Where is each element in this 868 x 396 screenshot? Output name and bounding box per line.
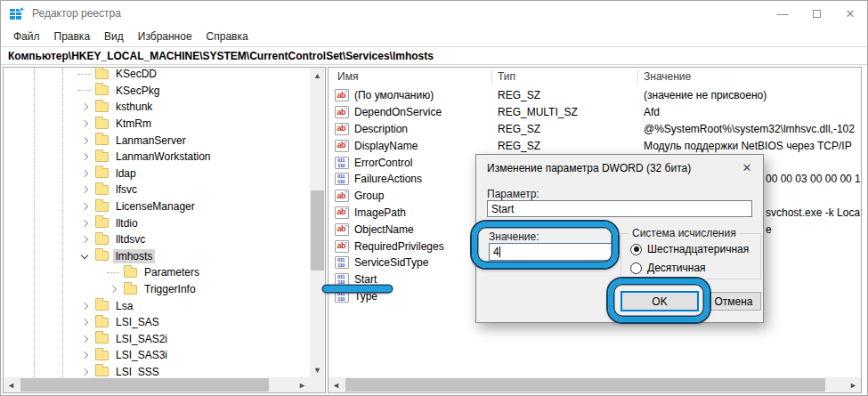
scroll-up-icon[interactable]: ▲ [310,68,325,83]
ok-button[interactable]: OK [621,291,699,311]
tree-item-lfsvc[interactable]: lfsvc [4,182,310,198]
tree-item-label: LSI_SAS [113,315,162,329]
tree-item-lsa[interactable]: Lsa [4,297,310,314]
chevron-right-icon[interactable] [78,101,91,113]
clipped-value-fragment: 00 00 03 00 00 00 14 [766,173,860,185]
value-row-dependonservice[interactable]: DependOnServiceREG_MULTI_SZAfd [329,104,861,121]
radio-hexadecimal[interactable]: Шестнадцатеричная [630,243,749,255]
text-caret [499,246,500,257]
tree-item-lsi_sas2i[interactable]: LSI_SAS2i [4,331,310,348]
chevron-right-icon[interactable] [78,300,91,312]
value-data: (значение не присвоено) [644,89,767,101]
chevron-right-icon[interactable] [107,283,119,295]
folder-icon [95,235,109,245]
tree-item-lsi_sss[interactable]: LSI_SSS [4,364,310,377]
folder-icon [95,367,109,376]
menu-item-3[interactable]: Избранное [131,28,199,45]
tree-item-parameters[interactable]: Parameters [4,264,310,281]
param-label: Параметр: [487,188,539,200]
scrollbar-thumb[interactable] [20,378,269,392]
tree-item-triggerinfo[interactable]: TriggerInfo [4,281,310,298]
value-name: Description [354,123,408,135]
tree-panel: KSecDDKSecPkgksthunkKtmRmLanmanServerLan… [3,67,326,393]
column-header-value[interactable]: Значение [644,70,691,83]
chevron-right-icon[interactable] [78,134,91,147]
tree-item-lmhosts[interactable]: lmhosts [4,248,310,265]
chevron-right-icon[interactable] [78,316,91,328]
column-separator[interactable] [491,69,492,85]
column-header-type[interactable]: Тип [498,70,515,83]
minimize-button[interactable]: — [766,1,799,26]
chevron-right-icon[interactable] [78,167,91,180]
value-type: REG_SZ [498,140,540,152]
value-input[interactable]: 4 [489,243,613,261]
chevron-down-icon[interactable] [78,250,91,263]
address-bar[interactable]: Компьютер\HKEY_LOCAL_MACHINE\SYSTEM\Curr… [1,46,867,65]
chevron-right-icon[interactable] [78,333,91,345]
column-header-name[interactable]: Имя [337,70,358,83]
tree-item-label: TriggerInfo [142,282,199,296]
tree-item-label: LanmanServer [113,133,189,148]
value-name: ErrorControl [354,157,412,169]
value-name: Start [354,273,377,286]
folder-icon [124,268,137,278]
scroll-left-icon[interactable]: ◄ [329,377,344,392]
tree-item-label: LicenseManager [113,199,198,214]
radix-group-label: Система исчисления [629,227,740,239]
chevron-right-icon[interactable] [78,183,91,196]
menu-item-0[interactable]: Файл [6,28,47,45]
chevron-right-icon[interactable] [78,366,91,377]
scroll-left-icon[interactable]: ◄ [4,377,19,392]
value-row-description[interactable]: DescriptionREG_SZ@%SystemRoot%\system32\… [329,121,861,138]
list-horizontal-scrollbar[interactable]: ◄ ► [329,377,861,392]
column-separator[interactable] [637,69,638,85]
menu-item-2[interactable]: Вид [97,28,131,45]
folder-icon [95,318,109,327]
folder-icon [95,301,109,311]
chevron-right-icon[interactable] [78,217,91,230]
chevron-right-icon[interactable] [78,117,91,130]
scrollbar-corner [310,377,325,392]
chevron-right-icon[interactable] [78,349,91,361]
chevron-right-icon[interactable] [78,200,91,213]
tree-item-lltdio[interactable]: lltdio [4,214,310,231]
tree-vertical-scrollbar[interactable]: ▲ ▼ [310,68,325,377]
menu-item-4[interactable]: Справка [199,28,256,45]
value-name: ServiceSidType [354,256,428,269]
chevron-right-icon[interactable] [78,233,91,246]
scrollbar-thumb[interactable] [345,378,825,392]
maximize-button[interactable] [799,1,833,26]
tree-item-lsi_sas[interactable]: LSI_SAS [4,314,310,331]
scroll-down-icon[interactable]: ▼ [310,362,325,377]
tree-horizontal-scrollbar[interactable]: ◄ ► [4,377,310,392]
tree-item-ksthunk[interactable]: ksthunk [4,99,310,116]
value-row-displayname[interactable]: DisplayNameREG_SZМодуль поддержки NetBIO… [329,137,861,154]
scroll-right-icon[interactable]: ► [295,377,310,392]
param-name-field[interactable]: Start [487,200,752,217]
menu-item-1[interactable]: Правка [47,28,98,45]
tree-item-ldap[interactable]: ldap [4,166,310,182]
scrollbar-thumb[interactable] [311,190,324,271]
tree-item-lanmanserver[interactable]: LanmanServer [4,132,310,149]
scroll-right-icon[interactable]: ► [846,377,861,392]
radio-decimal[interactable]: Десятичная [630,262,706,274]
chevron-right-icon[interactable] [78,150,91,163]
tree-item-lanmanworkstation[interactable]: LanmanWorkstation [4,149,310,166]
dword-value-icon [335,256,349,269]
tree-item-ktmrm[interactable]: KtmRm [4,116,310,133]
tree-item-lsi_sas3i[interactable]: LSI_SAS3i [4,347,310,364]
folder-icon [95,135,109,145]
folder-icon [95,69,109,79]
menu-bar: ФайлПравкаВидИзбранноеСправка [1,26,867,46]
tree-item-ksecdd[interactable]: KSecDD [4,68,310,83]
tree-item-ksecpkg[interactable]: KSecPkg [4,83,310,100]
dword-value-icon [335,290,349,303]
dialog-close-icon[interactable]: ✕ [738,159,756,175]
tree-item-licensemanager[interactable]: LicenseManager [4,198,310,215]
close-button[interactable]: ✕ [833,1,867,26]
cancel-button[interactable]: Отмена [706,292,761,311]
value-row--по-умолчанию-[interactable]: (По умолчанию)REG_SZ(значение не присвое… [329,87,861,104]
folder-icon [95,351,109,360]
tree-item-lltdsvc[interactable]: lltdsvc [4,231,310,248]
string-value-icon [335,140,349,152]
